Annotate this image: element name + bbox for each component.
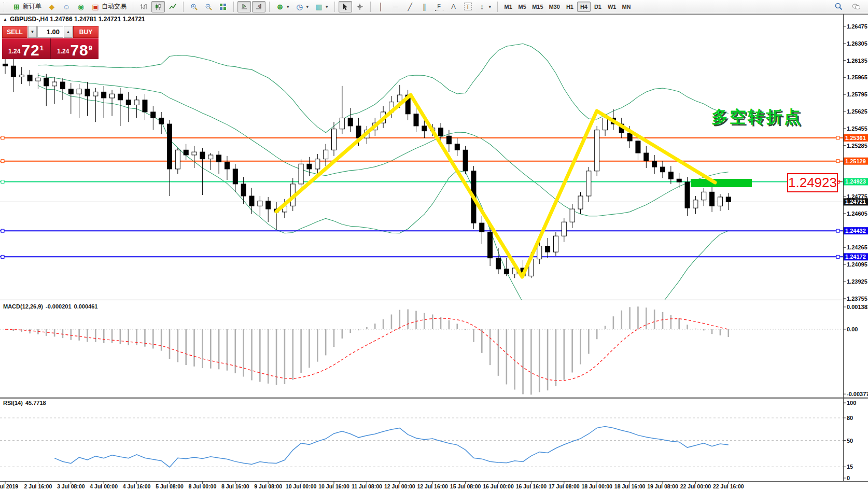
bar-chart-icon bbox=[139, 3, 148, 11]
text-icon: A bbox=[450, 3, 458, 11]
candlestick-chart-icon bbox=[154, 3, 162, 11]
objects-layer[interactable] bbox=[691, 179, 752, 187]
line-anchor-marker[interactable] bbox=[1, 136, 4, 139]
svg-text:1.25455: 1.25455 bbox=[847, 125, 867, 132]
indicators-button[interactable]: ⊕ ▾ bbox=[273, 1, 292, 12]
chevron-down-icon: ▾ bbox=[287, 4, 289, 9]
svg-text:0.00: 0.00 bbox=[847, 326, 858, 332]
line-anchor-marker[interactable] bbox=[836, 229, 839, 232]
volume-input[interactable]: 1.00 bbox=[37, 26, 63, 38]
turning-point-annotation[interactable]: 多空转折点 bbox=[711, 106, 802, 129]
svg-text:2 Jul 16:00: 2 Jul 16:00 bbox=[24, 483, 52, 489]
bar-chart-button[interactable] bbox=[137, 1, 150, 12]
horizontal-line-button[interactable]: ─ bbox=[389, 1, 402, 12]
search-button[interactable] bbox=[832, 1, 845, 12]
rsi-name: RSI(14) bbox=[3, 400, 23, 406]
arrows-button[interactable]: ↕ ▾ bbox=[475, 1, 494, 12]
volume-down-button[interactable]: ▼ bbox=[28, 26, 37, 38]
tile-windows-icon bbox=[219, 3, 227, 11]
cursor-button[interactable] bbox=[339, 1, 352, 12]
price-axis[interactable]: 1.264751.263051.261351.259651.257951.256… bbox=[843, 23, 868, 302]
toolbar-grip[interactable] bbox=[4, 2, 7, 11]
text-label-button[interactable]: T bbox=[461, 1, 474, 12]
terminal-window: 1.264751.263051.261351.259651.257951.256… bbox=[0, 0, 868, 491]
ask-prefix: 1.24 bbox=[57, 45, 69, 58]
signal-button[interactable]: ◉ bbox=[74, 1, 88, 12]
timeframe-mn[interactable]: MN bbox=[619, 2, 633, 12]
bid-price[interactable]: 1.24 72 1 bbox=[2, 38, 51, 59]
profile-button[interactable]: ☺ bbox=[60, 1, 73, 12]
new-order-button[interactable]: ⊞ 新订单 bbox=[10, 1, 44, 12]
bid-pip-digit: 1 bbox=[40, 44, 44, 52]
timeframe-m1[interactable]: M1 bbox=[501, 2, 515, 12]
channel-button[interactable]: ∥ bbox=[418, 1, 431, 12]
zoom-out-button[interactable] bbox=[202, 1, 215, 12]
fibonacci-button[interactable]: F bbox=[432, 1, 446, 12]
svg-text:17 Jul 08:00: 17 Jul 08:00 bbox=[549, 483, 580, 489]
svg-text:1.24095: 1.24095 bbox=[847, 261, 867, 268]
buy-button[interactable]: BUY bbox=[73, 26, 99, 38]
ask-pip-digit: 9 bbox=[89, 44, 92, 52]
auto-scroll-button[interactable] bbox=[237, 1, 251, 12]
autotrading-button[interactable]: ▣ 自动交易 bbox=[89, 1, 129, 12]
timeframe-m30[interactable]: M30 bbox=[547, 2, 563, 12]
green-highlight-box[interactable] bbox=[691, 179, 752, 187]
chart-shift-button[interactable] bbox=[252, 1, 265, 12]
line-anchor-marker[interactable] bbox=[1, 180, 4, 183]
line-chart-button[interactable] bbox=[166, 1, 179, 12]
line-anchor-marker[interactable] bbox=[836, 136, 839, 139]
svg-text:80: 80 bbox=[847, 415, 853, 421]
timeframe-w1[interactable]: W1 bbox=[605, 2, 619, 12]
vertical-line-icon: │ bbox=[377, 3, 385, 11]
timeframe-m15[interactable]: M15 bbox=[529, 2, 545, 12]
signal-icon: ◉ bbox=[77, 3, 85, 11]
svg-text:19 Jul 08:00: 19 Jul 08:00 bbox=[647, 483, 678, 489]
zoom-in-button[interactable] bbox=[187, 1, 201, 12]
horizontal-lines[interactable] bbox=[0, 136, 843, 258]
toolbar-separator bbox=[370, 2, 371, 12]
toolbar-separator bbox=[183, 2, 184, 12]
price-flag-label[interactable]: 1.24923 bbox=[787, 173, 838, 192]
chart-frame bbox=[0, 15, 868, 482]
symbol-title: ▲ GBPUSD-,H4 1.24766 1.24781 1.24721 1.2… bbox=[3, 16, 145, 23]
svg-text:1.23755: 1.23755 bbox=[847, 296, 867, 302]
expand-triangle-icon[interactable]: ▲ bbox=[3, 17, 7, 22]
line-anchor-marker[interactable] bbox=[836, 255, 839, 258]
zoom-in-icon bbox=[190, 3, 198, 11]
svg-text:1.25361: 1.25361 bbox=[845, 135, 866, 141]
chart-canvas: 1.264751.263051.261351.259651.257951.256… bbox=[0, 0, 868, 491]
timeframe-m5[interactable]: M5 bbox=[515, 2, 529, 12]
svg-text:8 Jul 00:00: 8 Jul 00:00 bbox=[189, 483, 217, 489]
ask-price[interactable]: 1.24 78 9 bbox=[51, 38, 99, 59]
volume-up-button[interactable]: ▲ bbox=[64, 26, 73, 38]
periods-button[interactable]: ◷ ▾ bbox=[293, 1, 312, 12]
chat-button[interactable] bbox=[849, 1, 863, 12]
crosshair-button[interactable] bbox=[353, 1, 367, 12]
svg-text:5 Jul 08:00: 5 Jul 08:00 bbox=[156, 483, 184, 489]
one-click-row-top: SELL ▼ 1.00 ▲ BUY bbox=[2, 26, 99, 38]
svg-text:15: 15 bbox=[847, 464, 853, 470]
rsi-axis: 1008050150 bbox=[843, 400, 856, 481]
svg-text:1.25625: 1.25625 bbox=[847, 108, 867, 115]
vertical-line-button[interactable]: │ bbox=[374, 1, 388, 12]
line-anchor-marker[interactable] bbox=[1, 255, 4, 258]
timeframe-h4[interactable]: H4 bbox=[577, 2, 591, 12]
text-button[interactable]: A bbox=[447, 1, 460, 12]
eraser-icon: ◆ bbox=[48, 3, 56, 11]
line-anchor-marker[interactable] bbox=[1, 160, 4, 163]
templates-button[interactable]: ▦ ▾ bbox=[312, 1, 331, 12]
sell-button[interactable]: SELL bbox=[2, 26, 27, 38]
line-anchor-marker[interactable] bbox=[836, 160, 839, 163]
toolbar-separator bbox=[133, 2, 133, 12]
trendline-button[interactable]: ╱ bbox=[403, 1, 417, 12]
clock-icon: ◷ bbox=[296, 3, 304, 11]
tile-windows-button[interactable] bbox=[216, 1, 230, 12]
bid-prefix: 1.24 bbox=[8, 45, 20, 58]
autotrading-label: 自动交易 bbox=[102, 2, 127, 11]
timeframe-h1[interactable]: H1 bbox=[563, 2, 577, 12]
line-anchor-marker[interactable] bbox=[1, 229, 4, 232]
candlestick-chart-button[interactable] bbox=[151, 1, 165, 12]
timeframe-d1[interactable]: D1 bbox=[591, 2, 605, 12]
eraser-button[interactable]: ◆ bbox=[45, 1, 59, 12]
time-axis[interactable]: 2 Jul 20192 Jul 16:003 Jul 08:004 Jul 00… bbox=[0, 481, 744, 489]
